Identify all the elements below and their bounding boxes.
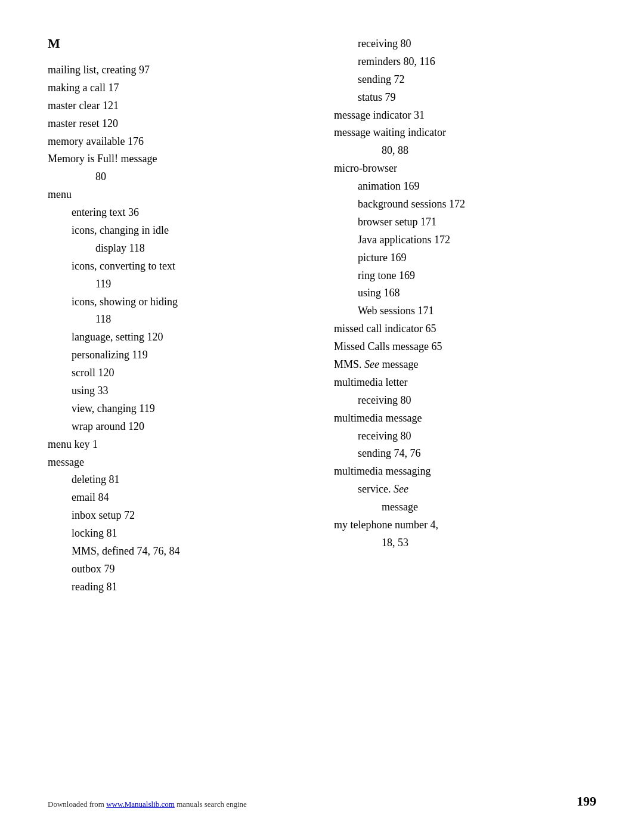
- list-item: Web sessions 171: [334, 303, 596, 320]
- list-item: 18, 53: [334, 535, 596, 552]
- list-item: view, changing 119: [48, 401, 310, 417]
- list-item: micro-browser: [334, 160, 596, 177]
- page-number: 199: [577, 794, 596, 809]
- list-item: message waiting indicator: [334, 125, 596, 141]
- list-item: making a call 17: [48, 80, 310, 97]
- list-item: icons, showing or hiding: [48, 294, 310, 311]
- list-item: MMS. See message: [334, 357, 596, 373]
- right-column: receiving 80reminders 80, 116sending 72s…: [334, 36, 596, 597]
- list-item: 118: [48, 311, 310, 328]
- left-column: M mailing list, creating 97making a call…: [48, 36, 310, 597]
- list-item: sending 74, 76: [334, 445, 596, 462]
- footer-suffix: manuals search engine: [175, 800, 247, 809]
- list-item: master clear 121: [48, 98, 310, 114]
- list-item: my telephone number 4,: [334, 517, 596, 534]
- page-footer: Downloaded from www.Manualslib.com manua…: [0, 794, 644, 809]
- list-item: language, setting 120: [48, 329, 310, 346]
- footer-text: Downloaded from: [48, 800, 106, 809]
- list-item: picture 169: [334, 250, 596, 267]
- list-item: menu: [48, 187, 310, 203]
- list-item: email 84: [48, 490, 310, 506]
- list-item: MMS, defined 74, 76, 84: [48, 543, 310, 560]
- list-item: message indicator 31: [334, 107, 596, 124]
- list-item: status 79: [334, 89, 596, 106]
- list-item: multimedia letter: [334, 374, 596, 391]
- list-item: deleting 81: [48, 472, 310, 488]
- list-item: receiving 80: [334, 392, 596, 409]
- list-item: message: [334, 499, 596, 516]
- page-container: M mailing list, creating 97making a call…: [0, 0, 644, 833]
- list-item: using 33: [48, 383, 310, 400]
- list-item: icons, converting to text: [48, 258, 310, 275]
- list-item: locking 81: [48, 525, 310, 542]
- list-item: missed call indicator 65: [334, 321, 596, 337]
- list-item: multimedia messaging: [334, 463, 596, 480]
- list-item: 80: [48, 169, 310, 185]
- list-item: inbox setup 72: [48, 507, 310, 524]
- list-item: animation 169: [334, 178, 596, 195]
- list-item: using 168: [334, 285, 596, 302]
- left-entries: mailing list, creating 97making a call 1…: [48, 62, 310, 596]
- section-letter-m: M: [48, 36, 310, 51]
- list-item: 80, 88: [334, 143, 596, 159]
- right-entries: receiving 80reminders 80, 116sending 72s…: [334, 36, 596, 552]
- list-item: Java applications 172: [334, 232, 596, 249]
- list-item: Memory is Full! message: [48, 151, 310, 168]
- footer-attribution: Downloaded from www.Manualslib.com manua…: [48, 800, 247, 809]
- footer-link[interactable]: www.Manualslib.com: [106, 800, 175, 809]
- list-item: mailing list, creating 97: [48, 62, 310, 79]
- list-item: master reset 120: [48, 116, 310, 132]
- list-item: Missed Calls message 65: [334, 339, 596, 355]
- list-item: 119: [48, 276, 310, 293]
- list-item: receiving 80: [334, 428, 596, 445]
- list-item: service. See: [334, 481, 596, 498]
- list-item: wrap around 120: [48, 419, 310, 435]
- list-item: message: [48, 454, 310, 471]
- index-content: M mailing list, creating 97making a call…: [48, 36, 596, 597]
- list-item: menu key 1: [48, 436, 310, 453]
- list-item: multimedia message: [334, 410, 596, 427]
- list-item: personalizing 119: [48, 347, 310, 364]
- list-item: memory available 176: [48, 134, 310, 150]
- list-item: reading 81: [48, 579, 310, 596]
- list-item: background sessions 172: [334, 196, 596, 213]
- list-item: browser setup 171: [334, 214, 596, 231]
- list-item: entering text 36: [48, 205, 310, 221]
- list-item: sending 72: [334, 72, 596, 88]
- list-item: icons, changing in idle: [48, 222, 310, 239]
- list-item: outbox 79: [48, 561, 310, 578]
- list-item: reminders 80, 116: [334, 54, 596, 70]
- list-item: receiving 80: [334, 36, 596, 52]
- list-item: display 118: [48, 240, 310, 257]
- list-item: scroll 120: [48, 365, 310, 382]
- list-item: ring tone 169: [334, 268, 596, 284]
